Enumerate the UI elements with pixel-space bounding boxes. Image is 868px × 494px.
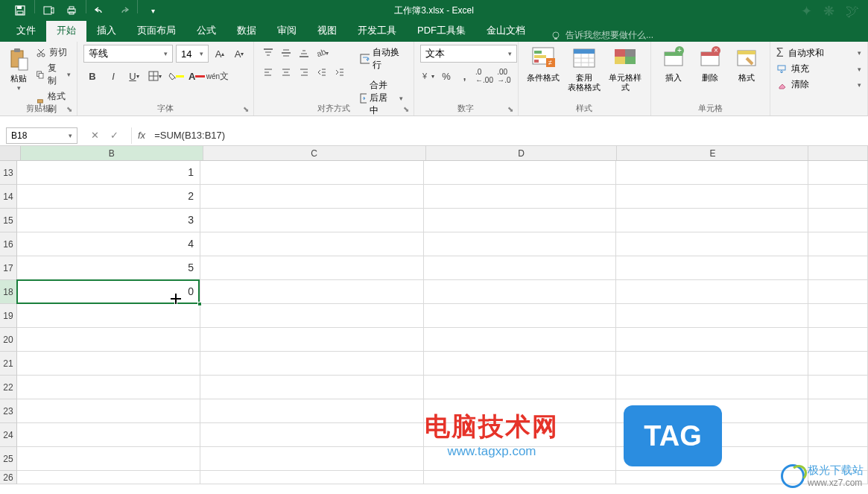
row-header-21[interactable]: 21 — [0, 352, 17, 376]
col-header-next[interactable] — [808, 146, 868, 160]
quick-print-button[interactable] — [60, 0, 83, 21]
table-format-button[interactable]: 套用表格格式 — [566, 45, 604, 102]
align-middle-button[interactable] — [278, 45, 294, 61]
align-center-button[interactable] — [278, 64, 294, 80]
fill-button[interactable]: 填充▾ — [776, 61, 861, 77]
align-dialog-launcher[interactable]: ⬊ — [403, 105, 411, 113]
accounting-format-button[interactable]: ¥▾ — [420, 67, 436, 85]
fill-color-button[interactable] — [167, 67, 185, 85]
copy-button[interactable]: 复制▾ — [36, 60, 71, 89]
cell-styles-button[interactable]: 单元格样式 — [606, 45, 644, 102]
tab-file[interactable]: 文件 — [6, 19, 46, 42]
row-header-16[interactable]: 16 — [0, 232, 17, 256]
row-header-26[interactable]: 26 — [0, 471, 17, 484]
cell-B14[interactable]: 2 — [17, 185, 200, 209]
cut-button[interactable]: 剪切 — [36, 45, 71, 60]
number-dialog-launcher[interactable]: ⬊ — [507, 105, 515, 113]
cell-B16[interactable]: 4 — [17, 232, 200, 256]
wrap-icon — [360, 54, 370, 64]
percent-button[interactable]: % — [439, 67, 454, 85]
clipboard-dialog-launcher[interactable]: ⬊ — [66, 105, 74, 113]
tab-insert[interactable]: 插入 — [86, 19, 127, 42]
row-header-13[interactable]: 13 — [0, 161, 17, 185]
name-box[interactable]: B18▾ — [6, 127, 77, 144]
cell-B18[interactable]: 0 — [17, 280, 200, 304]
qat-customize-button[interactable]: ▾ — [141, 0, 163, 21]
cell-C13[interactable] — [200, 161, 424, 185]
italic-button[interactable]: I — [104, 67, 122, 85]
row-header-20[interactable]: 20 — [0, 328, 17, 352]
col-header-B[interactable]: B — [21, 146, 203, 160]
row-header-24[interactable]: 24 — [0, 423, 17, 447]
row-header-15[interactable]: 15 — [0, 209, 17, 232]
shrink-font-button[interactable]: A▾ — [231, 45, 247, 62]
underline-button[interactable]: U▾ — [125, 67, 143, 85]
cell-B15[interactable]: 3 — [17, 209, 200, 232]
align-bottom-button[interactable] — [296, 45, 312, 61]
tell-me-input[interactable]: 告诉我您想要做什么... — [551, 29, 653, 42]
row-header-19[interactable]: 19 — [0, 304, 17, 328]
save-button[interactable] — [9, 0, 31, 21]
tab-view[interactable]: 视图 — [307, 19, 347, 42]
border-button[interactable]: ▾ — [146, 67, 164, 85]
phonetic-button[interactable]: wén文 — [209, 67, 226, 85]
increase-decimal-button[interactable]: .0←.00 — [475, 67, 493, 85]
col-header-E[interactable]: E — [617, 146, 808, 160]
font-size-combo[interactable]: 14▾ — [176, 45, 209, 63]
row-header-17[interactable]: 17 — [0, 256, 17, 280]
format-cells-button[interactable]: 格式 — [730, 45, 764, 102]
comma-button[interactable]: , — [457, 67, 472, 85]
tab-layout[interactable]: 页面布局 — [127, 19, 186, 42]
font-color-button[interactable]: A — [188, 67, 206, 85]
bold-button[interactable]: B — [83, 67, 101, 85]
align-top-button[interactable] — [260, 45, 276, 61]
tab-data[interactable]: 数据 — [226, 19, 267, 42]
tab-pdf[interactable]: PDF工具集 — [407, 19, 476, 42]
delete-cells-button[interactable]: × 删除 — [694, 45, 727, 102]
col-header-C[interactable]: C — [203, 146, 426, 160]
row-header-14[interactable]: 14 — [0, 185, 17, 209]
table-format-icon — [571, 45, 598, 72]
tab-review[interactable]: 审阅 — [267, 19, 307, 42]
insert-cells-button[interactable]: + 插入 — [657, 45, 691, 102]
confirm-edit-button[interactable]: ✓ — [107, 129, 121, 142]
fill-handle[interactable] — [197, 302, 202, 306]
select-all-corner[interactable] — [0, 146, 21, 160]
formula-input[interactable]: =SUM(B13:B17) — [151, 130, 868, 141]
align-left-button[interactable] — [260, 64, 276, 80]
number-format-combo[interactable]: 文本▾ — [420, 45, 517, 63]
increase-indent-button[interactable] — [332, 64, 348, 80]
tab-formula[interactable]: 公式 — [186, 19, 226, 42]
conditional-format-button[interactable]: ≠ 条件格式 — [525, 45, 563, 102]
tab-developer[interactable]: 开发工具 — [347, 19, 407, 42]
group-label-styles: 样式 — [519, 103, 650, 114]
wrap-text-button[interactable]: 自动换行 — [355, 45, 408, 73]
cell-D13[interactable] — [424, 161, 616, 185]
decrease-indent-button[interactable] — [314, 64, 330, 80]
redo-button[interactable] — [112, 0, 134, 21]
autosum-button[interactable]: Σ自动求和▾ — [776, 45, 861, 61]
align-right-button[interactable] — [296, 64, 312, 80]
clear-button[interactable]: 清除▾ — [776, 77, 861, 92]
email-button[interactable] — [38, 0, 60, 21]
cell-E13[interactable] — [616, 161, 808, 185]
orientation-button[interactable]: ab▾ — [314, 45, 330, 61]
font-dialog-launcher[interactable]: ⬊ — [243, 105, 250, 113]
fx-button[interactable]: fx — [132, 130, 151, 141]
tab-home[interactable]: 开始 — [46, 19, 86, 42]
decrease-decimal-button[interactable]: .00→.0 — [496, 67, 512, 85]
row-header-22[interactable]: 22 — [0, 376, 17, 399]
cancel-edit-button[interactable]: ✕ — [88, 129, 101, 142]
row-header-23[interactable]: 23 — [0, 399, 17, 423]
tab-jinshan[interactable]: 金山文档 — [476, 19, 536, 42]
row-header-25[interactable]: 25 — [0, 447, 17, 471]
undo-button[interactable] — [89, 0, 112, 21]
cell-B13[interactable]: 1 — [17, 161, 200, 185]
paste-button[interactable]: 粘贴 ▾ — [6, 45, 31, 102]
font-name-combo[interactable]: 等线▾ — [83, 45, 173, 63]
xz7-logo-icon — [781, 464, 805, 488]
col-header-D[interactable]: D — [426, 146, 618, 160]
grow-font-button[interactable]: A▴ — [212, 45, 228, 62]
row-header-18[interactable]: 18 — [0, 280, 17, 304]
cell-B17[interactable]: 5 — [17, 256, 200, 280]
